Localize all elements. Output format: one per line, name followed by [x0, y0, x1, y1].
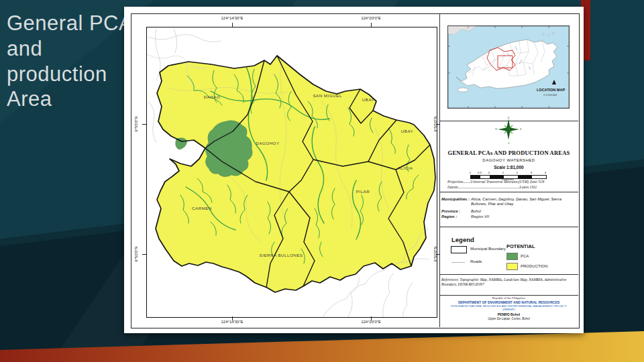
panel-divider — [439, 274, 578, 275]
tick-mark — [232, 23, 233, 27]
scale-tick: 2 — [517, 171, 518, 174]
projection-line: Projection........Universal Transverse M… — [447, 180, 575, 184]
footer-office: PENRO Bohol — [439, 312, 578, 316]
panel-divider — [439, 13, 440, 327]
region-label: Region : — [441, 215, 457, 219]
map-label-sierra-bullones: SIERRA BULLONES — [260, 253, 303, 257]
compass-n: N — [508, 117, 510, 119]
compass-rose-icon: N E S W — [495, 116, 522, 148]
map-sheet: DANAO SAN MIGUEL UBAY UBAY DAGOHOY ALICI… — [124, 7, 584, 333]
roads-swatch — [451, 262, 465, 263]
location-map-canvas: LOCATION MAP 1:1,250,000 — [448, 26, 569, 108]
legend-heading: Legend — [451, 236, 474, 243]
map-label-pilar: PILAR — [356, 189, 370, 194]
coord-top-right: 124°20'0"E — [361, 16, 381, 20]
compass-s: S — [508, 142, 510, 145]
panel-divider — [439, 295, 578, 296]
location-map-scale: 1:1,250,000 — [543, 94, 557, 97]
scale-tick: 3 — [531, 171, 532, 174]
map-subtitle: DAGOHOY WATERSHED — [439, 158, 578, 162]
tick-mark — [371, 23, 372, 27]
map-label-ubay-north: UBAY — [362, 97, 374, 102]
scale-tick: 4 — [545, 171, 546, 174]
map-label-carmen: CARMEN — [192, 206, 212, 210]
legend-municipal-boundary-label: Municipal Boundary — [470, 247, 506, 251]
tick-mark — [371, 316, 372, 320]
pca-swatch — [506, 253, 518, 260]
main-map: DANAO SAN MIGUEL UBAY UBAY DAGOHOY ALICI… — [146, 27, 437, 318]
map-label-san-miguel: SAN MIGUEL — [313, 93, 341, 98]
scale-tick: 1 — [470, 171, 471, 174]
footer-project: INTEGRATED NATURAL RESOURCES AND ENVIRON… — [439, 305, 578, 312]
panel-divider — [439, 192, 578, 192]
map-scale-text: Scale 1:81,000 — [439, 165, 578, 170]
map-label-ubay-east: UBAY — [401, 129, 413, 133]
footer-republic: Republic of the Philippines — [439, 296, 578, 300]
province-label: Province : — [441, 209, 460, 213]
presentation-slide: General PCAs and production Area — [0, 0, 644, 362]
location-map: LOCATION MAP 1:1,250,000 — [447, 25, 570, 109]
scale-tick: 0.5 — [478, 171, 482, 174]
map-label-danao: DANAO — [204, 95, 221, 99]
legend-roads-label: Roads — [470, 259, 482, 263]
compass-e: E — [520, 128, 522, 131]
region-value: Region VII — [471, 215, 577, 219]
panel-divider — [439, 227, 578, 227]
municipalities-value: Alicia, Carmen, Dagohoy, Danao, San Migu… — [471, 197, 577, 206]
legend-potential-heading: POTENTIAL — [506, 243, 535, 249]
municipal-boundary-swatch — [451, 246, 467, 253]
coord-left-upper: 9°55'0"N — [134, 116, 138, 131]
datum-line: Datum...................................… — [447, 185, 575, 189]
coord-left-lower: 9°50'0"N — [134, 246, 138, 261]
legend-pca-label: PCA — [521, 254, 529, 258]
scale-tick: 0 — [488, 171, 490, 174]
production-swatch — [506, 263, 518, 270]
tick-mark — [142, 124, 146, 125]
coord-top-left: 124°14'30"E — [221, 16, 243, 20]
tick-mark — [232, 316, 233, 320]
main-map-canvas: DANAO SAN MIGUEL UBAY UBAY DAGOHOY ALICI… — [147, 27, 437, 317]
map-label-dagohoy: DAGOHOY — [256, 141, 279, 145]
map-label-alicia: ALICIA — [398, 166, 413, 170]
legend-production-label: PRODUCTION — [521, 264, 547, 268]
province-value: Bohol — [471, 209, 577, 214]
tick-mark — [142, 254, 146, 255]
scale-tick: 1 — [502, 171, 504, 174]
compass-w: W — [495, 128, 498, 131]
footer-address: Upper De Lapaz, Cortes, Bohol — [439, 317, 578, 320]
location-map-label: LOCATION MAP — [537, 88, 565, 92]
municipalities-label: Municipalities : — [441, 197, 470, 201]
references-text: References: Topographic Map, NAMRIa, Lan… — [441, 278, 576, 286]
map-title: GENERAL PCAs AND PRODUCTION AREAS — [439, 149, 578, 156]
